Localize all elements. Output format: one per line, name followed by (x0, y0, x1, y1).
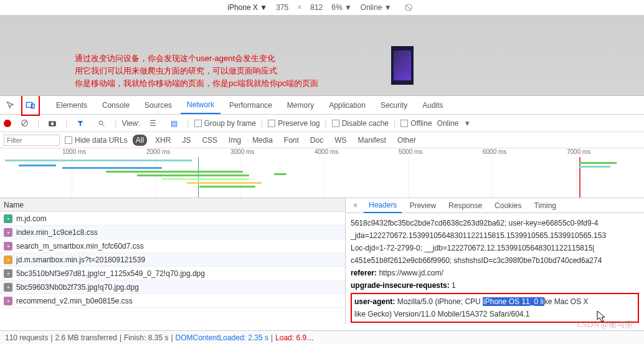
request-name: search_m_smartbox.min_fcfc60d7.css (16, 242, 144, 251)
inspect-icon[interactable] (2, 97, 19, 113)
status-bar: 110 requests | 2.6 MB transferred | Fini… (0, 330, 644, 344)
viewport-height[interactable]: 812 (310, 3, 323, 12)
tick-2000: 2000 ms (146, 148, 170, 155)
online-select[interactable]: Online (437, 119, 459, 128)
jda-line: _jda=122270672.15399105648301122115815.1… (351, 229, 639, 242)
request-row[interactable]: ▪search_m_smartbox.min_fcfc60d7.css (0, 239, 345, 253)
file-icon: ▪ (4, 228, 12, 237)
detail-tab-headers[interactable]: Headers (364, 198, 402, 213)
detail-tab-response[interactable]: Response (443, 198, 487, 213)
request-detail-pane: × Headers Preview Response Cookies Timin… (346, 198, 644, 324)
file-icon: ▪ (4, 242, 12, 251)
device-viewport: 通过改变访问设备，你会发现这个user-agent会发生变化 用它我们可以用来做… (0, 15, 644, 96)
request-row[interactable]: ▪jd.m.smartbox.min.js?t=201809121539 (0, 253, 345, 267)
request-name: jd.m.smartbox.min.js?t=201809121539 (16, 256, 145, 264)
throttle-select[interactable]: Online ▼ (361, 3, 392, 12)
dim-sep: × (297, 3, 301, 12)
group-by-frame-checkbox[interactable]: Group by frame (194, 119, 256, 128)
request-list[interactable]: ▪m.jd.com▪index.min_1c9ce1c8.css▪search_… (0, 212, 345, 324)
file-icon: ▪ (4, 297, 12, 305)
headers-content[interactable]: 5618c9432fbc35bc2bde7cd6638c263d92ba62; … (346, 213, 644, 324)
detail-tabs: × Headers Preview Response Cookies Timin… (346, 198, 644, 213)
request-name: 5bc3510bNf3e97d81.jpg!cr_1125x549_0_72!q… (16, 269, 205, 278)
user-agent-line2: like Gecko) Version/11.0 Mobile/15A372 S… (354, 308, 635, 320)
close-detail-icon[interactable]: × (349, 201, 361, 210)
type-all[interactable]: All (133, 135, 147, 146)
chevron-down-icon[interactable]: ▼ (463, 119, 471, 128)
shsh-line: c451e51b8f2612e9cb66f9960; shshshsID=c3c… (351, 254, 639, 267)
tab-audits[interactable]: Audits (416, 97, 449, 114)
tab-memory[interactable]: Memory (281, 97, 320, 114)
tab-elements[interactable]: Elements (50, 97, 93, 114)
search-icon[interactable] (93, 115, 110, 131)
file-icon: ▪ (4, 256, 12, 264)
request-row[interactable]: ▪m.jd.com (0, 212, 345, 226)
detail-tab-cookies[interactable]: Cookies (490, 198, 526, 213)
request-row[interactable]: ▪recommend_v2.min_b0e0815e.css (0, 294, 345, 308)
tick-7000: 7000 ms (567, 148, 590, 155)
rotate-icon[interactable] (400, 0, 417, 16)
cookie-line: 5618c9432fbc35bc2bde7cd6638c263d92ba62; … (351, 217, 639, 229)
type-media[interactable]: Media (249, 135, 276, 146)
request-row[interactable]: ▪5bc59603Nb0b2f735.jpg!q70.jpg.dpg (0, 280, 345, 294)
preserve-log-checkbox[interactable]: Preserve log (268, 119, 320, 128)
referer-header: referer: https://www.jd.com/ (351, 267, 639, 279)
type-other[interactable]: Other (394, 135, 419, 146)
waterfall-overview[interactable]: 1000 ms 2000 ms 3000 ms 4000 ms 5000 ms … (0, 148, 644, 198)
type-manifest[interactable]: Manifest (355, 135, 389, 146)
file-icon: ▪ (4, 214, 12, 223)
view-label: View: (121, 119, 140, 128)
device-select[interactable]: iPhone X ▼ (227, 3, 267, 12)
tick-3000: 3000 ms (230, 148, 254, 155)
network-toolbar: | | | View: ☰ ▤ | Group by frame | Prese… (0, 115, 644, 132)
request-row[interactable]: ▪5bc3510bNf3e97d81.jpg!cr_1125x549_0_72!… (0, 267, 345, 280)
type-js[interactable]: JS (179, 135, 194, 146)
svg-point-8 (99, 121, 103, 125)
tab-sources[interactable]: Sources (138, 97, 178, 114)
tick-5000: 5000 ms (399, 148, 422, 155)
disable-cache-checkbox[interactable]: Disable cache (332, 119, 389, 128)
large-rows-icon[interactable]: ☰ (145, 115, 161, 131)
tab-console[interactable]: Console (96, 97, 136, 114)
zoom-select[interactable]: 6% ▼ (331, 3, 352, 12)
file-icon: ▪ (4, 269, 12, 278)
svg-line-5 (22, 121, 27, 125)
type-img[interactable]: Img (225, 135, 244, 146)
filter-input[interactable] (4, 135, 60, 146)
filter-icon[interactable] (72, 115, 88, 131)
request-row[interactable]: ▪index.min_1c9ce1c8.css (0, 226, 345, 239)
clear-icon[interactable] (16, 115, 32, 131)
tab-application[interactable]: Application (323, 97, 372, 114)
cursor-icon (597, 310, 607, 323)
annotation-text: 通过改变访问设备，你会发现这个user-agent会发生变化 用它我们可以用来做… (75, 52, 318, 90)
request-name: recommend_v2.min_b0e0815e.css (16, 297, 133, 305)
capture-screenshot-icon[interactable] (44, 115, 60, 131)
status-load: Load: 6.9… (275, 333, 314, 342)
detail-tab-timing[interactable]: Timing (529, 198, 561, 213)
tick-4000: 4000 ms (315, 148, 338, 155)
offline-checkbox[interactable]: Offline (400, 119, 432, 128)
hide-data-urls-checkbox[interactable]: Hide data URLs (65, 136, 128, 145)
device-toolbar: iPhone X ▼ 375 × 812 6% ▼ Online ▼ (0, 0, 644, 15)
name-column-header[interactable]: Name (0, 198, 345, 212)
overview-icon[interactable]: ▤ (166, 115, 182, 131)
tick-1000: 1000 ms (62, 148, 86, 155)
viewport-width[interactable]: 375 (276, 3, 288, 12)
tab-performance[interactable]: Performance (223, 97, 278, 114)
user-agent-header: user-agent: Mozilla/5.0 (iPhone; CPU iPh… (354, 295, 635, 308)
detail-tab-preview[interactable]: Preview (404, 198, 441, 213)
tab-network[interactable]: Network (181, 97, 220, 114)
request-name: 5bc59603Nb0b2f735.jpg!q70.jpg.dpg (16, 283, 139, 292)
type-xhr[interactable]: XHR (152, 135, 174, 146)
record-button[interactable] (4, 120, 11, 127)
device-toggle-icon[interactable] (22, 97, 39, 113)
svg-line-9 (103, 124, 105, 126)
type-ws[interactable]: WS (331, 135, 349, 146)
status-dcl: DOMContentLoaded: 2.35 s (176, 333, 268, 342)
type-css[interactable]: CSS (199, 135, 220, 146)
type-font[interactable]: Font (281, 135, 302, 146)
user-agent-highlight-box: user-agent: Mozilla/5.0 (iPhone; CPU iPh… (351, 293, 639, 323)
loc-line: Loc-djd=1-72-2799-0; __jdb=122270672.12.… (351, 242, 639, 254)
type-doc[interactable]: Doc (307, 135, 326, 146)
tab-security[interactable]: Security (374, 97, 414, 114)
